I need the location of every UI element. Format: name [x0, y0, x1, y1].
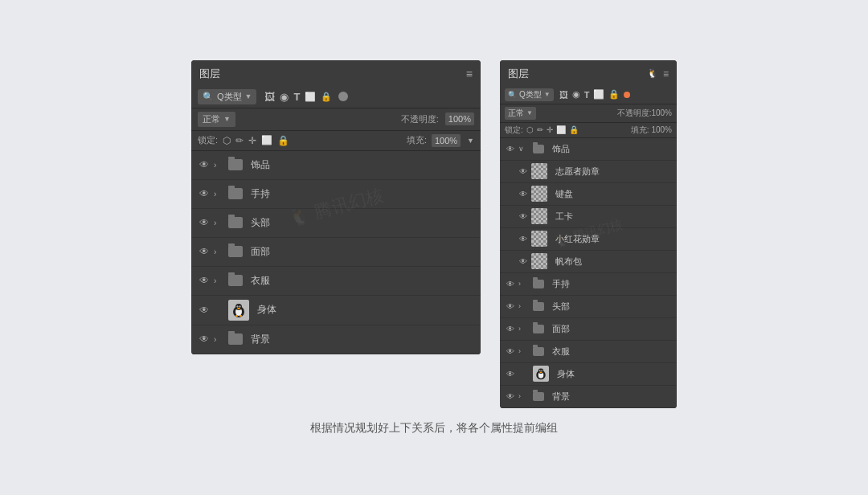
eye-icon[interactable]: 👁 — [198, 158, 211, 171]
lock-label-small: 锁定: — [505, 125, 523, 136]
blend-mode-label: 正常 — [203, 113, 220, 125]
expand-arrow-s[interactable]: › — [518, 302, 530, 310]
shape-icon[interactable]: ⬜ — [305, 92, 316, 102]
layer-name-工卡: 工卡 — [555, 211, 573, 223]
expand-arrow-s[interactable]: › — [518, 392, 530, 400]
blend-select-small[interactable]: 正常 ▼ — [505, 107, 536, 120]
expand-arrow-s[interactable]: › — [518, 280, 530, 288]
eye-icon-s[interactable]: 👁 — [518, 187, 528, 200]
folder-icon-s — [533, 392, 544, 401]
image-icon[interactable]: 🖼 — [264, 91, 275, 103]
eye-icon[interactable]: 👁 — [198, 187, 211, 200]
fill-arrow: ▼ — [467, 137, 474, 145]
eye-icon[interactable]: 👁 — [198, 216, 211, 229]
lock-mv-s[interactable]: ✛ — [547, 125, 553, 134]
layer-row-small-衣服[interactable]: 👁 › 衣服 — [500, 341, 677, 363]
eye-icon-s[interactable]: 👁 — [518, 255, 528, 268]
eye-icon-s[interactable]: 👁 — [505, 367, 515, 380]
eye-icon-s[interactable]: 👁 — [505, 322, 515, 335]
img-icon-s[interactable]: 🖼 — [559, 90, 568, 100]
menu-icon-small[interactable]: ≡ — [663, 68, 669, 80]
search-icons-small: 🖼 ◉ T ⬜ 🔒 — [559, 89, 620, 100]
layer-name-面部: 面部 — [251, 245, 270, 259]
opacity-value-large[interactable]: 100% — [445, 112, 474, 125]
layer-row-small-工卡[interactable]: 👁 工卡 — [500, 206, 677, 228]
expand-arrow[interactable]: › — [214, 190, 225, 198]
layer-row-folder-面部[interactable]: 👁 › 面部 — [191, 238, 481, 267]
lock-ab-s[interactable]: ⬜ — [556, 125, 566, 134]
layer-row-folder-饰品[interactable]: 👁 › 饰品 — [191, 151, 481, 180]
expand-arrow-s[interactable]: › — [518, 325, 530, 333]
expand-arrow[interactable]: › — [214, 276, 225, 285]
layer-name-衣服: 衣服 — [251, 274, 270, 288]
eye-icon[interactable]: 👁 — [198, 333, 211, 346]
eye-icon-s[interactable]: 👁 — [505, 390, 515, 403]
lock-px-s[interactable]: ⬡ — [526, 125, 534, 134]
eye-icon-s[interactable]: 👁 — [518, 210, 528, 223]
shape-icon-s[interactable]: ⬜ — [593, 89, 604, 100]
layer-row-small-帆布包[interactable]: 👁 帆布包 — [500, 251, 677, 273]
expand-arrow[interactable]: › — [214, 161, 225, 170]
circle-icon[interactable]: ◉ — [280, 91, 289, 103]
layer-row-small-键盘[interactable]: 👁 键盘 — [500, 183, 677, 206]
fill-label-large: 填充: — [407, 134, 427, 146]
text-icon-s[interactable]: T — [584, 90, 590, 100]
layer-row-small-头部[interactable]: 👁 › 头部 — [500, 296, 677, 318]
search-box-small[interactable]: 🔍 Q类型 ▼ — [505, 88, 554, 101]
folder-icon — [228, 246, 243, 257]
lock-al-s[interactable]: 🔒 — [569, 125, 579, 134]
lock-brush-icon[interactable]: ✏ — [235, 135, 244, 146]
svg-point-15 — [540, 370, 541, 371]
layer-row-small-手持[interactable]: 👁 › 手持 — [500, 273, 677, 296]
expand-arrow-s[interactable]: ∨ — [518, 145, 530, 153]
eye-icon[interactable]: 👁 — [198, 245, 211, 258]
lock-all-icon[interactable]: 🔒 — [277, 135, 289, 146]
lock-artboard-icon[interactable]: ⬜ — [261, 135, 272, 145]
layer-row-folder-手持[interactable]: 👁 › 手持 — [191, 180, 481, 209]
layer-row-small-小红花勋章[interactable]: 👁 小红花勋章 — [500, 228, 677, 251]
folder-icon — [228, 188, 243, 199]
lock-icon[interactable]: 🔒 — [321, 92, 332, 102]
layer-row-small-饰品[interactable]: 👁 ∨ 饰品 — [500, 138, 677, 161]
menu-icon-large[interactable]: ≡ — [466, 68, 473, 80]
fill-value-large[interactable]: 100% — [432, 134, 461, 147]
layer-row-small-面部[interactable]: 👁 › 面部 — [500, 318, 677, 341]
search-box-large[interactable]: 🔍 Q类型 ▼ — [198, 89, 256, 104]
layer-row-身体[interactable]: 👁 › — [191, 296, 481, 325]
eye-icon-s[interactable]: 👁 — [518, 165, 528, 178]
layer-row-folder-背景[interactable]: 👁 › 背景 — [191, 325, 481, 354]
blend-row-large: 正常 ▼ 不透明度: 100% — [191, 108, 481, 131]
eye-icon[interactable]: 👁 — [198, 304, 211, 317]
layer-row-folder-衣服[interactable]: 👁 › 衣服 — [191, 267, 481, 296]
eye-icon-s[interactable]: 👁 — [505, 300, 515, 313]
expand-arrow-s[interactable]: › — [518, 347, 530, 355]
lock-br-s[interactable]: ✏ — [537, 125, 543, 134]
eye-icon-s[interactable]: 👁 — [518, 232, 528, 245]
lock-pixel-icon[interactable]: ⬡ — [223, 135, 231, 146]
search-label-large: Q类型 — [217, 91, 242, 103]
blend-select-large[interactable]: 正常 ▼ — [198, 112, 235, 127]
expand-arrow[interactable]: › — [214, 219, 225, 227]
eye-icon-s[interactable]: 👁 — [505, 345, 515, 358]
blend-row-small: 正常 ▼ 不透明度:100% — [500, 104, 677, 123]
expand-arrow[interactable]: › — [214, 335, 225, 344]
expand-arrow[interactable]: › — [214, 248, 225, 256]
panel-small-title: 图层 — [508, 67, 529, 81]
layer-name-键盘: 键盘 — [555, 188, 573, 200]
eye-icon-s[interactable]: 👁 — [505, 142, 515, 155]
folder-icon — [228, 217, 243, 228]
layer-row-folder-头部[interactable]: 👁 › 头部 — [191, 209, 481, 238]
layer-row-small-背景[interactable]: 👁 › 背景 — [500, 386, 677, 408]
folder-icon-s — [533, 145, 544, 153]
eye-icon-s[interactable]: 👁 — [505, 277, 515, 290]
layer-row-small-身体[interactable]: 👁 › 身体 — [500, 363, 677, 386]
thumb-小红花勋章 — [531, 231, 547, 247]
eye-icon[interactable]: 👁 — [198, 274, 211, 287]
layer-name-志愿者勋章: 志愿者勋章 — [555, 166, 600, 178]
lock-icon-s[interactable]: 🔒 — [608, 89, 620, 100]
text-icon[interactable]: T — [293, 91, 300, 103]
layer-row-small-志愿者勋章[interactable]: 👁 志愿者勋章 — [500, 161, 677, 183]
svg-rect-8 — [235, 315, 238, 317]
lock-move-icon[interactable]: ✛ — [248, 135, 256, 146]
circle-icon-s[interactable]: ◉ — [572, 89, 580, 100]
